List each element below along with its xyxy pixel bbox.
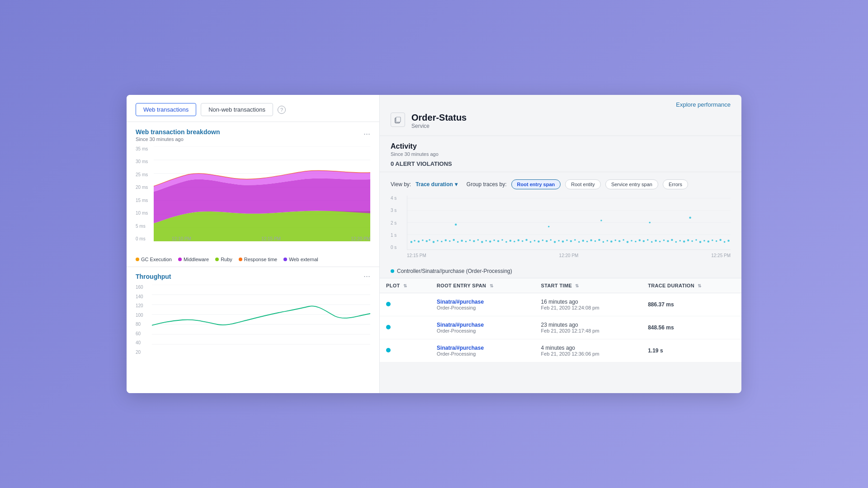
explore-performance-button[interactable]: Explore performance	[676, 101, 731, 108]
throughput-options[interactable]: ···	[363, 272, 370, 281]
scatter-x-labels: 12:15 PM 12:20 PM 12:25 PM	[407, 253, 731, 258]
view-by-value: Trace duration	[415, 181, 453, 188]
svg-point-79	[647, 239, 649, 241]
svg-point-77	[639, 239, 641, 241]
svg-point-28	[441, 241, 443, 243]
svg-point-50	[530, 241, 532, 243]
svg-point-59	[566, 239, 568, 241]
svg-point-49	[525, 239, 527, 241]
scatter-chart-svg	[407, 196, 731, 250]
table-row: Sinatra/#purchase Order-Processing 16 mi…	[380, 293, 741, 316]
svg-point-53	[542, 239, 544, 241]
service-type: Service	[411, 123, 467, 129]
svg-point-86	[675, 241, 677, 243]
svg-rect-15	[396, 117, 401, 122]
svg-point-97	[719, 239, 721, 241]
svg-point-26	[433, 241, 434, 243]
col-root-entry-label: ROOT ENTRY SPAN	[437, 283, 486, 288]
sort-start-time-icon[interactable]: ⇅	[575, 283, 579, 288]
span-name-2[interactable]: Sinatra/#purchase	[437, 322, 528, 328]
start-time-main-3: 4 minutes ago	[541, 345, 636, 351]
svg-point-73	[623, 239, 624, 241]
group-btn-service-entry[interactable]: Service entry span	[605, 179, 658, 189]
sort-trace-duration-icon[interactable]: ⇅	[698, 283, 701, 288]
view-by-dropdown[interactable]: Trace duration ▾	[415, 181, 458, 188]
traces-table: PLOT ⇅ ROOT ENTRY SPAN ⇅ START TIME ⇅	[380, 278, 741, 362]
legend-gc: GC Execution	[136, 257, 172, 262]
span-name-3[interactable]: Sinatra/#purchase	[437, 345, 528, 351]
legend-ruby-label: Ruby	[221, 257, 232, 262]
svg-point-57	[558, 240, 560, 242]
svg-point-98	[724, 241, 726, 243]
svg-point-62	[578, 241, 580, 243]
throughput-title: Throughput	[136, 273, 171, 280]
breakdown-chart-subtitle: Since 30 minutes ago	[136, 136, 220, 142]
chart-area: 12:10 PM 12:15 PM 12:20 PM	[154, 146, 370, 241]
svg-point-32	[457, 241, 459, 243]
plot-cell-1	[380, 293, 430, 316]
svg-point-68	[603, 241, 604, 243]
left-panel: Web transactions Non-web transactions ? …	[127, 95, 380, 393]
area-chart-svg	[154, 146, 370, 241]
legend-gc-label: GC Execution	[141, 257, 172, 262]
col-start-time[interactable]: START TIME ⇅	[535, 278, 642, 293]
start-time-sub-2: Feb 21, 2020 12:17:48 pm	[541, 328, 636, 333]
view-by-label: View by:	[391, 181, 411, 188]
col-root-entry[interactable]: ROOT ENTRY SPAN ⇅	[430, 278, 535, 293]
legend-response: Response time	[239, 257, 277, 262]
span-sub-2: Order-Processing	[437, 328, 528, 333]
span-name-1[interactable]: Sinatra/#purchase	[437, 299, 528, 305]
legend-ruby-dot	[215, 258, 219, 261]
group-btn-root-entity[interactable]: Root entity	[565, 179, 601, 189]
traces-section: View by: Trace duration ▾ Group traces b…	[380, 172, 741, 393]
service-details: Order-Status Service	[411, 113, 467, 129]
scatter-chart-container: 4 s 3 s 2 s 1 s 0 s	[407, 196, 731, 250]
svg-point-74	[627, 241, 628, 243]
breakdown-chart-options[interactable]: ···	[363, 129, 370, 139]
duration-cell-2: 848.56 ms	[642, 316, 741, 339]
svg-point-76	[635, 241, 637, 243]
group-by-row: View by: Trace duration ▾ Group traces b…	[380, 177, 741, 196]
group-btn-errors[interactable]: Errors	[663, 179, 688, 189]
svg-point-37	[477, 239, 479, 241]
svg-point-23	[422, 239, 424, 241]
group-btn-root-entry[interactable]: Root entry span	[511, 179, 561, 189]
sort-plot-icon[interactable]: ⇅	[403, 283, 407, 288]
svg-point-40	[489, 240, 491, 242]
throughput-chart-wrapper: 160 140 120 100 80 60 40 20	[136, 285, 370, 355]
svg-point-99	[727, 239, 729, 241]
svg-point-42	[497, 240, 499, 242]
throughput-section: Throughput ··· 160 140 120 100 80 60 40 …	[127, 267, 379, 357]
span-cell-3: Sinatra/#purchase Order-Processing	[430, 339, 535, 362]
right-panel: Explore performance Order-Status Service…	[380, 95, 741, 393]
svg-point-60	[570, 240, 572, 242]
plot-dot-2[interactable]	[386, 325, 391, 329]
svg-point-100	[455, 224, 457, 225]
col-trace-duration[interactable]: TRACE DURATION ⇅	[642, 278, 741, 293]
start-time-cell-3: 4 minutes ago Feb 21, 2020 12:36:06 pm	[535, 339, 642, 362]
svg-point-87	[679, 240, 681, 242]
svg-point-25	[429, 239, 430, 241]
col-trace-duration-label: TRACE DURATION	[648, 283, 694, 288]
main-container: Web transactions Non-web transactions ? …	[127, 95, 741, 393]
table-row: Sinatra/#purchase Order-Processing 23 mi…	[380, 316, 741, 339]
span-cell-2: Sinatra/#purchase Order-Processing	[430, 316, 535, 339]
web-transactions-tab[interactable]: Web transactions	[136, 103, 196, 116]
table-header-row: PLOT ⇅ ROOT ENTRY SPAN ⇅ START TIME ⇅	[380, 278, 741, 293]
svg-point-65	[590, 239, 592, 241]
alert-violations: 0 ALERT VIOLATIONS	[391, 160, 731, 167]
legend-web-external-label: Web external	[289, 257, 318, 262]
plot-dot-3[interactable]	[386, 348, 391, 352]
start-time-cell-1: 16 minutes ago Feb 21, 2020 12:24:08 pm	[535, 293, 642, 316]
non-web-transactions-tab[interactable]: Non-web transactions	[201, 103, 273, 116]
plot-dot-1[interactable]	[386, 302, 391, 306]
sort-root-entry-icon[interactable]: ⇅	[490, 283, 493, 288]
help-icon[interactable]: ?	[278, 106, 286, 114]
svg-point-69	[607, 240, 609, 242]
svg-point-83	[663, 239, 665, 241]
group-by-label: Group traces by:	[467, 181, 507, 188]
throughput-header: Throughput ···	[136, 272, 370, 281]
svg-point-54	[546, 240, 547, 242]
col-plot: PLOT ⇅	[380, 278, 430, 293]
activity-section: Activity Since 30 minutes ago 0 ALERT VI…	[380, 136, 741, 172]
